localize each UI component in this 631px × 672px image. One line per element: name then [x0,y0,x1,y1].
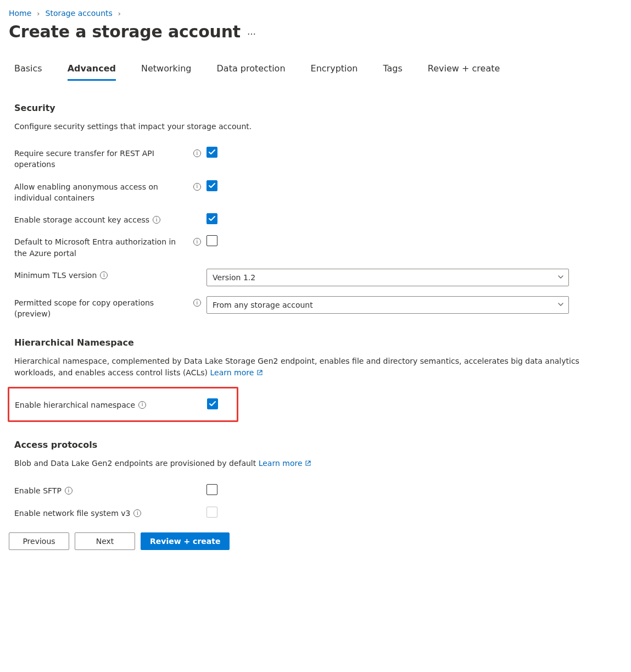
min-tls-label: Minimum TLS version [14,270,97,281]
info-icon[interactable]: i [193,149,201,157]
min-tls-value: Version 1.2 [213,273,255,282]
next-button[interactable]: Next [75,532,135,550]
tab-tags[interactable]: Tags [383,63,402,81]
review-create-button[interactable]: Review + create [141,532,230,550]
enable-nfs-label: Enable network file system v3 [14,508,130,519]
require-secure-transfer-checkbox[interactable] [206,147,217,158]
entra-default-label: Default to Microsoft Entra authorization… [14,236,190,259]
hns-heading: Hierarchical Namespace [14,337,622,348]
section-access-protocols: Access protocols Blob and Data Lake Gen2… [9,440,622,519]
footer: Previous Next Review + create [9,525,622,558]
min-tls-select[interactable]: Version 1.2 [206,269,569,286]
security-desc: Configure security settings that impact … [14,121,622,132]
require-secure-transfer-label: Require secure transfer for REST API ope… [14,148,190,170]
enable-key-access-checkbox[interactable] [206,213,217,224]
previous-button[interactable]: Previous [9,532,69,550]
breadcrumb-home[interactable]: Home [9,9,31,18]
hns-learn-more-link[interactable]: Learn more [210,368,263,377]
info-icon[interactable]: i [193,238,201,246]
tab-networking[interactable]: Networking [141,63,192,81]
enable-key-access-label: Enable storage account key access [14,214,149,225]
hns-desc: Hierarchical namespace, complemented by … [14,357,579,377]
copy-scope-select[interactable]: From any storage account [206,296,569,314]
chevron-right-icon: › [118,9,121,18]
access-protocols-desc-wrap: Blob and Data Lake Gen2 endpoints are pr… [14,458,622,470]
info-icon[interactable]: i [65,487,72,495]
hns-desc-wrap: Hierarchical namespace, complemented by … [14,356,622,379]
info-icon[interactable]: i [193,299,201,307]
tab-encryption[interactable]: Encryption [311,63,358,81]
info-icon[interactable]: i [133,509,141,517]
page-title: Create a storage account [9,22,241,41]
security-heading: Security [14,103,622,113]
enable-sftp-checkbox[interactable] [206,484,217,495]
tabs: Basics Advanced Networking Data protecti… [9,63,622,81]
chevron-down-icon [557,301,564,309]
tab-basics[interactable]: Basics [14,63,42,81]
breadcrumb-storage-accounts[interactable]: Storage accounts [46,9,113,18]
copy-scope-value: From any storage account [213,301,313,309]
enable-nfs-checkbox [206,507,217,518]
hns-highlight-box: Enable hierarchical namespace i [8,387,238,422]
entra-default-checkbox[interactable] [206,235,217,246]
chevron-right-icon: › [37,9,40,18]
chevron-down-icon [557,273,564,282]
copy-scope-label: Permitted scope for copy operations (pre… [14,297,190,320]
section-security: Security Configure security settings tha… [9,103,622,320]
enable-hns-checkbox[interactable] [207,398,218,409]
external-link-icon [256,368,263,379]
external-link-icon [305,458,311,470]
section-hns: Hierarchical Namespace Hierarchical name… [9,337,622,422]
enable-hns-label: Enable hierarchical namespace [15,399,135,410]
access-protocols-heading: Access protocols [14,440,622,450]
hns-learn-more-label: Learn more [210,368,254,377]
info-icon[interactable]: i [138,401,146,409]
more-icon[interactable]: … [247,26,256,37]
access-protocols-desc: Blob and Data Lake Gen2 endpoints are pr… [14,459,256,468]
tab-data-protection[interactable]: Data protection [217,63,286,81]
tab-review-create[interactable]: Review + create [428,63,500,81]
info-icon[interactable]: i [193,183,201,191]
enable-sftp-label: Enable SFTP [14,485,62,496]
info-icon[interactable]: i [100,271,108,279]
allow-anonymous-label: Allow enabling anonymous access on indiv… [14,181,190,204]
breadcrumb: Home › Storage accounts › [9,9,622,18]
tab-advanced[interactable]: Advanced [68,63,116,81]
allow-anonymous-checkbox[interactable] [206,180,217,191]
info-icon[interactable]: i [153,216,160,224]
access-protocols-learn-more-link[interactable]: Learn more [259,459,311,468]
access-protocols-learn-more-label: Learn more [259,459,303,468]
